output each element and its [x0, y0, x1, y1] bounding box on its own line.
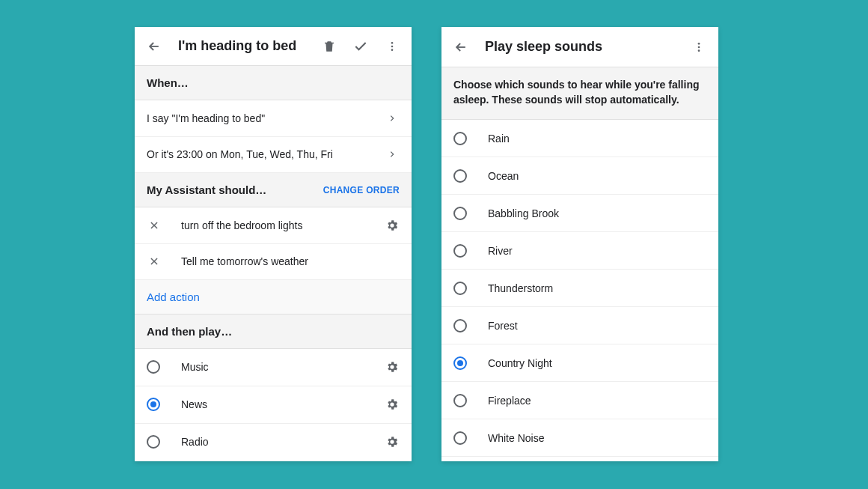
check-icon [353, 39, 368, 54]
radio-button[interactable] [147, 360, 160, 374]
radio-label: Babbling Brook [488, 207, 706, 219]
back-button[interactable] [145, 37, 163, 55]
more-vert-icon [386, 40, 398, 52]
radio-label: Forest [488, 320, 706, 332]
option-settings-button[interactable] [385, 359, 400, 374]
remove-action-button[interactable] [147, 254, 162, 269]
radio-option[interactable]: White Noise [441, 419, 718, 457]
overflow-button[interactable] [383, 37, 401, 55]
when-section-header: When… [135, 66, 412, 100]
play-section-header: And then play… [135, 315, 412, 349]
radio-button[interactable] [453, 169, 467, 183]
radio-button[interactable] [453, 244, 467, 258]
radio-option[interactable]: Ocean [441, 157, 718, 195]
radio-label: Thunderstorm [488, 282, 706, 294]
radio-button[interactable] [453, 356, 467, 370]
svg-point-0 [391, 42, 394, 44]
gear-icon [385, 398, 399, 411]
action-text: Tell me tomorrow's weather [181, 255, 400, 267]
radio-label: Country Night [488, 357, 706, 369]
option-settings-button[interactable] [385, 434, 400, 449]
trigger-text: I say "I'm heading to bed" [147, 112, 385, 124]
radio-button[interactable] [453, 394, 467, 407]
svg-point-1 [391, 45, 394, 47]
delete-button[interactable] [320, 37, 338, 55]
page-title: I'm heading to bed [178, 38, 307, 54]
radio-label: Radio [181, 436, 385, 448]
gear-icon [385, 219, 399, 232]
assistant-section-header: My Assistant should… CHANGE ORDER [135, 173, 412, 207]
chevron-right-icon [385, 111, 400, 126]
toolbar: I'm heading to bed [135, 27, 412, 66]
sleep-sounds-screen: Play sleep sounds Choose which sounds to… [441, 27, 718, 461]
radio-option[interactable]: Music [135, 349, 412, 386]
radio-label: Ocean [488, 170, 706, 182]
action-row[interactable]: turn off the bedroom lights [135, 207, 412, 243]
radio-option[interactable]: Country Night [441, 344, 718, 382]
radio-label: River [488, 245, 706, 257]
back-button[interactable] [452, 38, 470, 56]
gear-icon [385, 435, 399, 449]
radio-button[interactable] [147, 435, 160, 449]
action-settings-button[interactable] [385, 218, 400, 233]
action-row[interactable]: Tell me tomorrow's weather [135, 244, 412, 280]
gear-icon [385, 360, 399, 374]
trash-icon [323, 40, 336, 53]
chevron-right-icon [385, 147, 400, 162]
radio-label: Rain [488, 133, 706, 145]
arrow-left-icon [453, 40, 468, 55]
svg-point-5 [698, 49, 700, 52]
close-icon [149, 256, 159, 267]
radio-option[interactable]: News [135, 386, 412, 424]
overflow-button[interactable] [690, 38, 708, 56]
svg-point-3 [698, 43, 700, 45]
option-settings-button[interactable] [385, 397, 400, 412]
add-action-button[interactable]: Add action [135, 280, 412, 315]
assistant-label: My Assistant should… [147, 183, 266, 196]
svg-point-2 [391, 49, 394, 51]
remove-action-button[interactable] [147, 218, 162, 233]
trigger-row-voice[interactable]: I say "I'm heading to bed" [135, 100, 412, 136]
radio-button[interactable] [453, 282, 467, 295]
routine-editor-screen: I'm heading to bed When… I say "I'm head… [135, 27, 412, 461]
radio-button[interactable] [147, 398, 160, 411]
radio-option[interactable]: Fireplace [441, 382, 718, 419]
radio-label: Music [181, 361, 385, 373]
description-text: Choose which sounds to hear while you're… [441, 67, 718, 120]
action-text: turn off the bedroom lights [181, 219, 385, 231]
radio-option[interactable]: Rain [441, 120, 718, 157]
trigger-text: Or it's 23:00 on Mon, Tue, Wed, Thu, Fri [147, 148, 385, 160]
change-order-button[interactable]: CHANGE ORDER [323, 185, 400, 195]
when-label: When… [147, 76, 189, 89]
radio-option[interactable]: Forest [441, 307, 718, 344]
radio-option[interactable]: Thunderstorm [441, 270, 718, 307]
radio-label: White Noise [488, 432, 706, 444]
radio-option[interactable]: Babbling Brook [441, 195, 718, 232]
radio-option[interactable]: Radio [135, 424, 412, 461]
toolbar: Play sleep sounds [441, 27, 718, 67]
radio-label: News [181, 398, 385, 410]
radio-button[interactable] [453, 132, 467, 145]
radio-option[interactable]: River [441, 232, 718, 270]
radio-button[interactable] [453, 319, 467, 332]
arrow-left-icon [147, 39, 162, 54]
svg-point-4 [698, 46, 700, 48]
radio-button[interactable] [453, 207, 467, 220]
close-icon [149, 220, 159, 231]
trigger-row-time[interactable]: Or it's 23:00 on Mon, Tue, Wed, Thu, Fri [135, 137, 412, 173]
more-vert-icon [693, 41, 705, 53]
radio-button[interactable] [453, 431, 467, 445]
radio-label: Fireplace [488, 395, 706, 407]
confirm-button[interactable] [352, 37, 370, 55]
page-title: Play sleep sounds [485, 39, 676, 55]
